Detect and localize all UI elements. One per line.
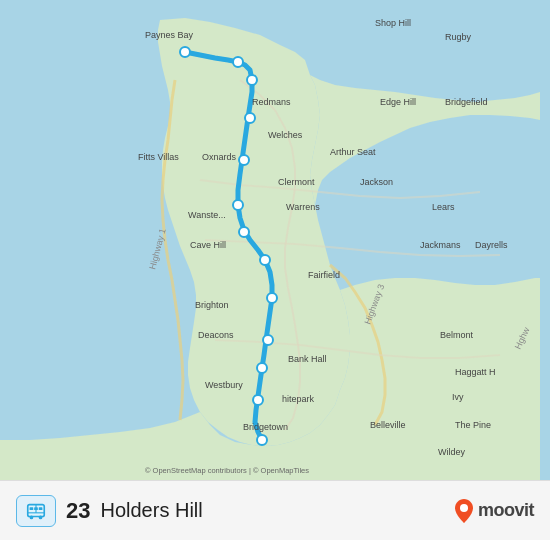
svg-point-15 — [253, 395, 263, 405]
svg-text:Brighton: Brighton — [195, 300, 229, 310]
svg-text:Shop Hill: Shop Hill — [375, 18, 411, 28]
svg-point-8 — [239, 155, 249, 165]
svg-point-7 — [245, 113, 255, 123]
svg-text:Ivy: Ivy — [452, 392, 464, 402]
svg-text:Fitts Villas: Fitts Villas — [138, 152, 179, 162]
svg-text:Lears: Lears — [432, 202, 455, 212]
svg-text:Dayrells: Dayrells — [475, 240, 508, 250]
svg-point-57 — [39, 515, 43, 519]
svg-point-4 — [180, 47, 190, 57]
svg-point-56 — [30, 515, 34, 519]
svg-text:Deacons: Deacons — [198, 330, 234, 340]
svg-text:Jackmans: Jackmans — [420, 240, 461, 250]
bus-badge — [16, 495, 56, 527]
moovit-logo: moovit — [455, 499, 534, 523]
svg-text:Paynes Bay: Paynes Bay — [145, 30, 194, 40]
svg-text:Westbury: Westbury — [205, 380, 243, 390]
svg-text:Redmans: Redmans — [252, 97, 291, 107]
svg-rect-53 — [30, 507, 34, 510]
svg-text:Bridgetown: Bridgetown — [243, 422, 288, 432]
svg-point-10 — [239, 227, 249, 237]
svg-point-6 — [247, 75, 257, 85]
bus-icon — [25, 500, 47, 522]
svg-point-5 — [233, 57, 243, 67]
svg-text:Jackson: Jackson — [360, 177, 393, 187]
svg-text:Bridgefield: Bridgefield — [445, 97, 488, 107]
svg-point-9 — [233, 200, 243, 210]
svg-text:Rugby: Rugby — [445, 32, 472, 42]
svg-text:Wanste...: Wanste... — [188, 210, 226, 220]
svg-rect-55 — [39, 507, 43, 510]
route-number: 23 — [66, 498, 90, 524]
svg-text:Arthur Seat: Arthur Seat — [330, 147, 376, 157]
svg-point-12 — [267, 293, 277, 303]
footer-bar: 23 Holders Hill moovit — [0, 480, 550, 540]
svg-text:Wildey: Wildey — [438, 447, 466, 457]
svg-text:Bank Hall: Bank Hall — [288, 354, 327, 364]
svg-point-13 — [263, 335, 273, 345]
svg-point-11 — [260, 255, 270, 265]
svg-point-14 — [257, 363, 267, 373]
svg-text:Haggatt H: Haggatt H — [455, 367, 496, 377]
svg-point-16 — [257, 435, 267, 445]
svg-text:The Pine: The Pine — [455, 420, 491, 430]
moovit-text: moovit — [478, 500, 534, 521]
svg-text:Belmont: Belmont — [440, 330, 474, 340]
svg-text:Welches: Welches — [268, 130, 303, 140]
svg-point-60 — [460, 504, 468, 512]
svg-text:Cave Hill: Cave Hill — [190, 240, 226, 250]
svg-text:Edge Hill: Edge Hill — [380, 97, 416, 107]
map-container: Paynes Bay Shop Hill Rugby Redmans Edge … — [0, 0, 550, 480]
svg-text:Warrens: Warrens — [286, 202, 320, 212]
route-name: Holders Hill — [100, 499, 202, 522]
svg-text:Oxnards: Oxnards — [202, 152, 237, 162]
svg-text:Fairfield: Fairfield — [308, 270, 340, 280]
moovit-pin-icon — [455, 499, 473, 523]
svg-text:Clermont: Clermont — [278, 177, 315, 187]
svg-text:hitepark: hitepark — [282, 394, 315, 404]
svg-text:Belleville: Belleville — [370, 420, 406, 430]
route-info: 23 Holders Hill — [16, 495, 203, 527]
svg-text:© OpenStreetMap contributors |: © OpenStreetMap contributors | © OpenMap… — [145, 466, 309, 475]
